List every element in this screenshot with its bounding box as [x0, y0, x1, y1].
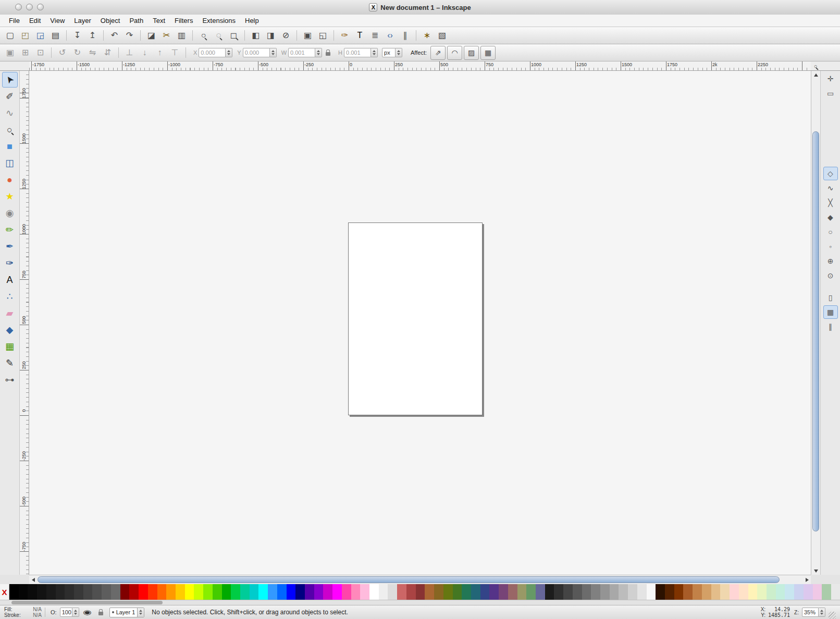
- tool-pencil[interactable]: ✏: [2, 222, 18, 238]
- snap-rotation-centers[interactable]: ⊙: [823, 269, 838, 282]
- tool-dropper[interactable]: ✎: [2, 355, 18, 371]
- palette-swatch[interactable]: [166, 584, 176, 600]
- zoom-drawing[interactable]: ◌: [212, 29, 226, 43]
- zoom-selection[interactable]: ○: [196, 29, 211, 43]
- tool-paint-bucket[interactable]: ◆: [2, 322, 18, 338]
- palette-swatch[interactable]: [323, 584, 332, 600]
- palette-swatch[interactable]: [425, 584, 434, 600]
- palette-swatch[interactable]: [19, 584, 28, 600]
- palette-swatch[interactable]: [379, 584, 388, 600]
- x-field-spinner[interactable]: [226, 48, 232, 57]
- opacity-value[interactable]: 100: [60, 608, 72, 617]
- palette-swatch[interactable]: [194, 584, 203, 600]
- menu-file[interactable]: File: [4, 15, 24, 26]
- width-field[interactable]: 0.001: [288, 48, 322, 57]
- palette-swatch[interactable]: [711, 584, 721, 600]
- tool-rectangle[interactable]: ■: [2, 139, 18, 154]
- palette-swatch[interactable]: [517, 584, 527, 600]
- snap-object-centers[interactable]: ⊕: [823, 254, 838, 268]
- palette-swatch[interactable]: [443, 584, 453, 600]
- raise-to-top[interactable]: ⊤: [168, 46, 182, 60]
- vertical-scrollbar-thumb[interactable]: [812, 131, 819, 531]
- palette-swatch[interactable]: [360, 584, 369, 600]
- palette-swatch[interactable]: [434, 584, 443, 600]
- import[interactable]: ↧: [70, 29, 84, 43]
- flip-horizontal[interactable]: ⇋: [85, 46, 100, 60]
- copy[interactable]: ◪: [144, 29, 158, 43]
- horizontal-ruler[interactable]: -1750-1500-1250-1000-750-500-25002505007…: [29, 61, 811, 71]
- undo[interactable]: ↶: [107, 29, 121, 43]
- palette-swatch[interactable]: [203, 584, 213, 600]
- palette-swatch[interactable]: [240, 584, 250, 600]
- opacity-spinner[interactable]: [72, 608, 79, 617]
- palette-swatch[interactable]: [628, 584, 637, 600]
- palette-swatch[interactable]: [406, 584, 416, 600]
- horizontal-scrollbar[interactable]: [29, 575, 811, 584]
- zoom-value[interactable]: 35%: [802, 608, 819, 617]
- palette-swatch[interactable]: [730, 584, 739, 600]
- palette-swatch[interactable]: [351, 584, 361, 600]
- palette-swatch[interactable]: [813, 584, 822, 600]
- palette-swatch[interactable]: [683, 584, 693, 600]
- tool-tweak[interactable]: ∿: [2, 105, 18, 121]
- palette-swatch[interactable]: [748, 584, 758, 600]
- snap-midpoints[interactable]: ◦: [823, 240, 838, 253]
- save-document[interactable]: ◲: [33, 29, 47, 43]
- palette-swatch[interactable]: [619, 584, 628, 600]
- palette-swatch[interactable]: [129, 584, 139, 600]
- tool-text[interactable]: A: [2, 272, 18, 288]
- layer-selector[interactable]: Layer 1: [109, 608, 145, 617]
- scroll-up-button[interactable]: [811, 71, 820, 79]
- select-all[interactable]: ▣: [3, 46, 17, 60]
- preferences[interactable]: ∗: [420, 29, 434, 43]
- raise[interactable]: ↑: [153, 46, 167, 60]
- vertical-ruler[interactable]: 17501500125010007505002500-250-500-750: [20, 71, 29, 575]
- palette-swatch[interactable]: [582, 584, 591, 600]
- palette-swatch[interactable]: [74, 584, 83, 600]
- snap-guides[interactable]: ∥: [823, 320, 838, 333]
- palette-swatch[interactable]: [397, 584, 406, 600]
- palette-swatch[interactable]: [139, 584, 148, 600]
- palette-swatch[interactable]: [295, 584, 305, 600]
- new-document[interactable]: ▢: [3, 29, 17, 43]
- y-field-value[interactable]: 0.000: [243, 48, 270, 57]
- palette-swatch[interactable]: [388, 584, 397, 600]
- tool-calligraphy[interactable]: ✑: [2, 255, 18, 271]
- create-clone[interactable]: ◨: [264, 29, 278, 43]
- palette-swatch[interactable]: [536, 584, 545, 600]
- opacity-field[interactable]: 100: [60, 608, 79, 617]
- palette-swatch[interactable]: [794, 584, 804, 600]
- snap-cusp-nodes[interactable]: ◆: [823, 211, 838, 224]
- palette-swatch[interactable]: [416, 584, 425, 600]
- zoom-page[interactable]: ◻: [227, 29, 241, 43]
- rotate-90-cw[interactable]: ↻: [70, 46, 84, 60]
- palette-swatch[interactable]: [56, 584, 65, 600]
- scroll-left-button[interactable]: [29, 575, 37, 584]
- duplicate[interactable]: ◧: [249, 29, 263, 43]
- palette-swatch[interactable]: [120, 584, 130, 600]
- palette-swatch[interactable]: [471, 584, 480, 600]
- menu-view[interactable]: View: [45, 15, 69, 26]
- palette-swatch[interactable]: [776, 584, 785, 600]
- palette-swatch[interactable]: [647, 584, 656, 600]
- palette-swatch[interactable]: [785, 584, 794, 600]
- palette-swatch[interactable]: [831, 584, 840, 600]
- affect-move-patterns[interactable]: ▦: [480, 46, 496, 60]
- print-document[interactable]: ▤: [48, 29, 63, 43]
- palette-swatch[interactable]: [185, 584, 194, 600]
- x-field-value[interactable]: 0.000: [199, 48, 226, 57]
- palette-swatch[interactable]: [37, 584, 46, 600]
- paste[interactable]: ▥: [175, 29, 189, 43]
- no-color-swatch[interactable]: X: [0, 584, 9, 600]
- open-document[interactable]: ◰: [18, 29, 32, 43]
- palette-swatch[interactable]: [148, 584, 157, 600]
- palette-swatch[interactable]: [508, 584, 517, 600]
- unlink-clone[interactable]: ⊘: [279, 29, 293, 43]
- width-field-value[interactable]: 0.001: [288, 48, 315, 57]
- tool-spiral[interactable]: ◉: [2, 205, 18, 221]
- snap-paths[interactable]: ∿: [823, 181, 838, 195]
- menu-text[interactable]: Text: [148, 15, 170, 26]
- palette-swatch[interactable]: [665, 584, 674, 600]
- y-field[interactable]: 0.000: [243, 48, 277, 57]
- tool-connector[interactable]: ⊶: [2, 372, 18, 388]
